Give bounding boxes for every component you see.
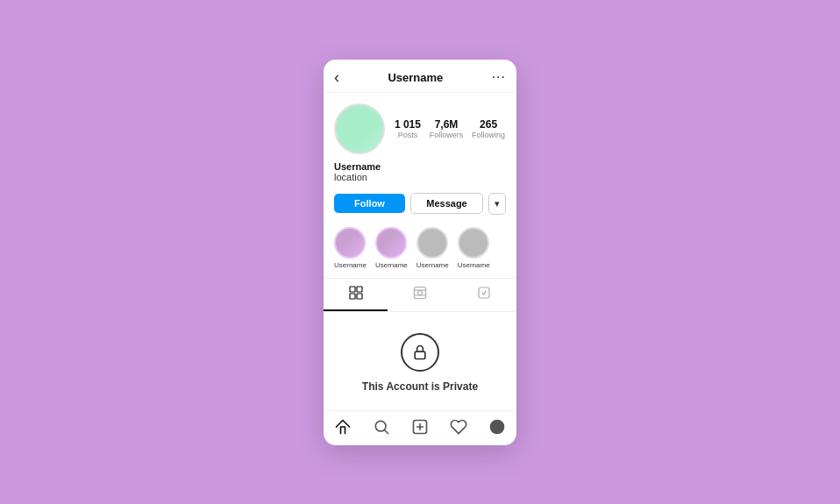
svg-point-5 [417,290,422,295]
action-buttons: Follow Message ▾ [324,189,516,224]
bio-name: Username [334,161,506,172]
svg-point-15 [490,419,505,434]
svg-rect-1 [357,287,362,292]
dropdown-button[interactable]: ▾ [488,193,506,215]
svg-rect-0 [350,287,355,292]
grid-icon [349,286,363,302]
highlight-item-3[interactable]: Username [458,227,490,269]
svg-rect-4 [414,287,425,298]
stat-following: 265 Following [472,118,505,139]
highlight-item-1[interactable]: Username [375,227,408,269]
message-button[interactable]: Message [410,193,483,214]
avatar-wrap [334,103,385,154]
menu-button[interactable]: ··· [492,69,506,85]
highlight-label-0: Username [334,261,367,269]
following-value: 265 [480,118,497,131]
highlights-row: Username Username Username Username [324,224,516,278]
stat-posts: 1 015 Posts [395,118,421,139]
private-section: This Account is Private [324,312,516,410]
highlight-label-2: Username [416,261,449,269]
nav-activity[interactable] [439,418,478,440]
nav-create[interactable] [401,418,439,440]
header-username: Username [388,71,443,84]
posts-value: 1 015 [395,118,421,131]
svg-rect-8 [479,287,489,298]
following-label: Following [472,131,505,139]
highlight-circle-3 [458,227,489,259]
stat-followers: 7,6M Followers [430,118,464,139]
tab-tagged[interactable] [452,279,516,311]
followers-label: Followers [430,131,464,139]
highlight-label-3: Username [458,261,490,269]
avatar [334,103,385,154]
follow-button[interactable]: Follow [334,194,405,213]
bottom-nav [324,410,516,445]
svg-rect-3 [357,294,362,299]
highlight-label-1: Username [375,261,408,269]
highlight-item-0[interactable]: Username [334,227,367,269]
highlight-circle-1 [375,227,407,259]
phone-frame: ‹ Username ··· 1 015 Posts 7,6M Follower… [324,60,516,445]
tab-grid[interactable] [324,279,388,311]
svg-rect-9 [415,351,425,358]
bio-section: Username location [324,160,516,189]
lock-circle [401,333,439,372]
svg-rect-2 [350,294,355,299]
highlight-item-2[interactable]: Username [416,227,449,269]
nav-profile[interactable] [478,418,516,440]
highlight-circle-2 [416,227,448,259]
highlight-circle-0 [334,227,366,259]
heart-icon [450,418,467,440]
svg-line-11 [385,429,388,433]
profile-header: ‹ Username ··· [324,60,516,93]
nav-search[interactable] [362,418,401,440]
posts-label: Posts [398,131,418,139]
nav-home[interactable] [324,418,362,440]
followers-value: 7,6M [435,118,459,131]
private-text: This Account is Private [362,380,478,393]
profile-top: 1 015 Posts 7,6M Followers 265 Following [324,93,516,160]
reels-icon [413,286,427,302]
profile-icon [488,418,506,440]
search-icon [373,418,390,440]
stats-row: 1 015 Posts 7,6M Followers 265 Following [394,118,506,139]
lock-icon [411,344,429,361]
create-icon [411,418,429,440]
home-icon [334,418,352,440]
tab-reels[interactable] [388,279,452,311]
tagged-icon [477,286,491,302]
bio-location: location [334,172,506,182]
back-button[interactable]: ‹ [334,68,339,87]
content-tab-bar [324,278,516,312]
